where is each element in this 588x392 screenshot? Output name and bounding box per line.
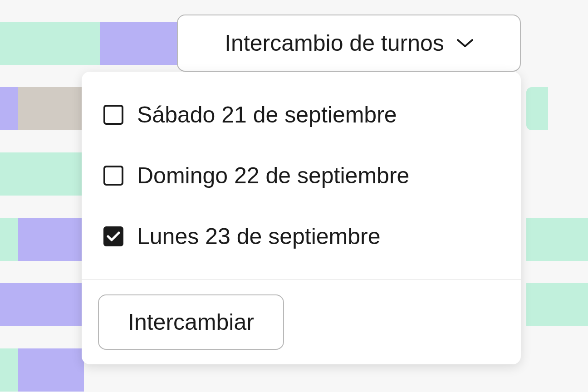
date-option-label: Sábado 21 de septiembre — [137, 103, 397, 126]
dropdown-trigger-label: Intercambio de turnos — [225, 30, 444, 56]
date-option[interactable]: Domingo 22 de septiembre — [82, 145, 521, 206]
date-option-label: Lunes 23 de septiembre — [137, 225, 380, 248]
schedule-bar — [0, 22, 100, 65]
swap-button[interactable]: Intercambiar — [98, 294, 284, 350]
schedule-bar — [100, 22, 179, 65]
schedule-bar — [0, 87, 18, 130]
schedule-bar — [18, 87, 84, 130]
shift-swap-dropdown-trigger[interactable]: Intercambio de turnos — [177, 15, 521, 72]
checkbox-unchecked-icon — [103, 105, 123, 125]
dropdown-footer: Intercambiar — [82, 279, 521, 364]
schedule-bar — [526, 283, 588, 326]
date-option-label: Domingo 22 de septiembre — [137, 164, 409, 187]
shift-swap-dropdown-panel: Sábado 21 de septiembre Domingo 22 de se… — [82, 72, 521, 364]
checkbox-checked-icon — [103, 226, 123, 246]
schedule-bar — [0, 283, 84, 326]
schedule-bar — [0, 152, 84, 196]
schedule-bar — [0, 218, 18, 261]
schedule-bar — [18, 348, 84, 392]
schedule-bar — [526, 218, 588, 261]
date-option[interactable]: Lunes 23 de septiembre — [82, 206, 521, 267]
schedule-bar — [0, 348, 18, 392]
schedule-bar — [18, 218, 84, 261]
chevron-down-icon — [457, 35, 473, 51]
schedule-bar — [526, 87, 548, 130]
date-options-list: Sábado 21 de septiembre Domingo 22 de se… — [82, 72, 521, 279]
checkbox-unchecked-icon — [103, 166, 123, 186]
date-option[interactable]: Sábado 21 de septiembre — [82, 84, 521, 145]
